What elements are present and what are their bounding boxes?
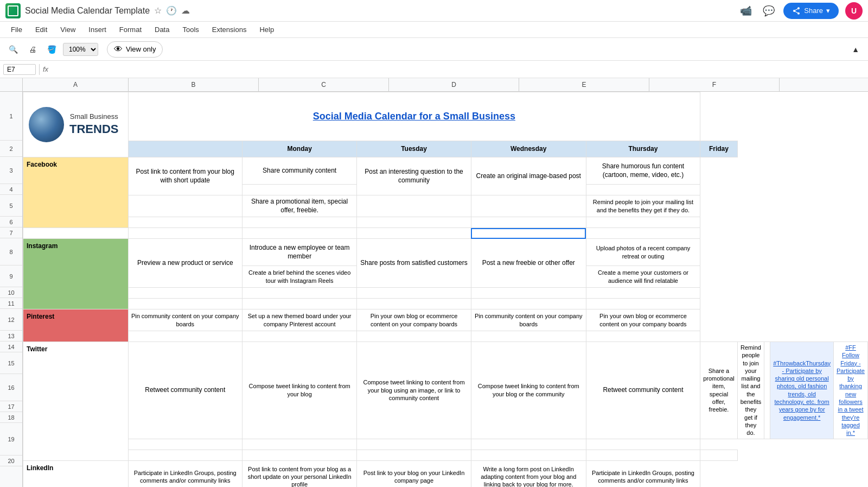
table-row: Facebook Post link to content from your … — [23, 157, 868, 185]
ig-friday-2[interactable]: Create a meme your customers or audience… — [586, 266, 700, 288]
row-num-corner — [0, 78, 23, 91]
menu-format[interactable]: Format — [114, 23, 147, 36]
fb-tuesday[interactable]: Share community content — [242, 157, 357, 185]
row11-c — [242, 299, 357, 309]
ig-monday[interactable]: Preview a new product or service — [128, 239, 242, 288]
formulabar: E7 fx — [0, 61, 868, 78]
table-row — [23, 299, 868, 309]
formula-divider — [39, 64, 40, 75]
table-row — [23, 228, 868, 239]
tw-tuesday-2[interactable]: Remind people to join your mailing list … — [737, 342, 764, 439]
pin-friday[interactable]: Pin your own blog or ecommerce content o… — [586, 309, 700, 331]
zoom-select[interactable]: 100% — [63, 43, 98, 56]
search-toolbar-button[interactable]: 🔍 — [4, 43, 22, 56]
menu-file[interactable]: File — [5, 23, 28, 36]
col-header-c[interactable]: C — [259, 78, 389, 91]
tw-monday-2[interactable]: Share a promotional item, special offer,… — [700, 342, 737, 439]
fb-friday[interactable]: Share humorous fun content (cartoon, mem… — [586, 157, 700, 185]
row5-c[interactable]: Share a promotional item, special offer,… — [242, 195, 357, 217]
col-header-b[interactable]: B — [129, 78, 259, 91]
row18-c — [357, 450, 471, 460]
follow-friday-link[interactable]: #FF Follow Friday - Participate by thank… — [837, 344, 865, 436]
menu-data[interactable]: Data — [149, 23, 175, 36]
row-numbers: 1 2 3 4 5 6 7 8 9 10 11 12 13 14 15 16 1… — [0, 92, 23, 487]
history-icon[interactable]: 🕐 — [166, 5, 177, 16]
star-icon[interactable]: ☆ — [154, 5, 162, 16]
row5-d — [357, 195, 471, 217]
pin-tuesday[interactable]: Set up a new themed board under your com… — [242, 309, 357, 331]
row18-e — [586, 450, 700, 460]
pin-monday[interactable]: Pin community content on your company bo… — [128, 309, 242, 331]
col-header-f[interactable]: F — [649, 78, 780, 91]
spreadsheet-table: Small Business TRENDS Social Media Calen… — [23, 92, 868, 487]
row10-c — [242, 288, 357, 299]
row10-b — [128, 288, 242, 299]
ig-tuesday-1[interactable]: Introduce a new employee or team member — [242, 239, 357, 266]
view-only-button[interactable]: 👁 View only — [107, 41, 163, 58]
comments-button[interactable]: 💬 — [761, 3, 777, 19]
pin-thursday[interactable]: Pin community content on your company bo… — [471, 309, 586, 331]
li-wednesday[interactable]: Post link to your blog on your LinkedIn … — [357, 460, 471, 487]
ig-friday-1[interactable]: Upload photos of a recent company retrea… — [586, 239, 700, 266]
row17-e — [471, 439, 586, 450]
row6-f — [586, 217, 700, 228]
tw-wednesday[interactable]: Compose tweet linking to content from yo… — [357, 342, 471, 439]
li-tuesday[interactable]: Post link to content from your blog as a… — [242, 460, 357, 487]
meet-button[interactable]: 📹 — [738, 3, 754, 19]
row17-d — [357, 439, 471, 450]
row18-f — [700, 450, 737, 460]
ig-thursday[interactable]: Post a new freebie or other offer — [471, 239, 586, 288]
li-monday[interactable]: Participate in LinkedIn Groups, posting … — [128, 460, 242, 487]
menu-help[interactable]: Help — [254, 23, 279, 36]
menu-edit[interactable]: Edit — [30, 23, 53, 36]
menu-view[interactable]: View — [55, 23, 81, 36]
fb-monday[interactable]: Post link to content from your blog with… — [128, 157, 242, 195]
row18-b — [242, 450, 357, 460]
table-row — [23, 288, 868, 299]
row7-b — [128, 228, 242, 239]
col-header-d[interactable]: D — [389, 78, 519, 91]
formula-input[interactable] — [52, 65, 865, 74]
grid-content: Small Business TRENDS Social Media Calen… — [23, 92, 868, 487]
tw-friday[interactable]: Retweet community content — [586, 342, 700, 439]
title-link[interactable]: Social Media Calendar for a Small Busine… — [313, 111, 515, 122]
tw-thursday-link[interactable]: #ThrowbackThursday - Participate by shar… — [770, 342, 834, 439]
share-dropdown-icon[interactable]: ▾ — [826, 7, 830, 15]
pinterest-label: Pinterest — [23, 309, 129, 342]
table-row: Small Business TRENDS Social Media Calen… — [23, 92, 868, 141]
tw-thursday[interactable]: Compose tweet linking to content from yo… — [471, 342, 586, 439]
ig-tuesday-2[interactable]: Create a brief behind the scenes video t… — [242, 266, 357, 288]
tw-tuesday[interactable]: Compose tweet linking to content from yo… — [242, 342, 357, 439]
li-friday[interactable]: Participate in LinkedIn Groups, posting … — [586, 460, 700, 487]
menu-extensions[interactable]: Extensions — [207, 23, 252, 36]
row11-e — [471, 299, 586, 309]
col-header-e[interactable]: E — [519, 78, 649, 91]
cloud-icon[interactable]: ☁ — [181, 5, 190, 16]
li-thursday[interactable]: Write a long form post on LinkedIn adapt… — [471, 460, 586, 487]
ig-wednesday[interactable]: Share posts from satisfied customers — [357, 239, 471, 288]
rownum-10: 10 — [0, 287, 22, 298]
fb-thursday[interactable]: Create an original image-based post — [471, 157, 586, 195]
document-title[interactable]: Social Media Calendar Template — [25, 6, 150, 16]
row6-e — [471, 217, 586, 228]
pin-wednesday[interactable]: Pin your own blog or ecommerce content o… — [357, 309, 471, 331]
menu-tools[interactable]: Tools — [177, 23, 204, 36]
menu-insert[interactable]: Insert — [83, 23, 112, 36]
tw-friday-link[interactable]: #FF Follow Friday - Participate by thank… — [834, 342, 868, 439]
share-button[interactable]: Share ▾ — [783, 3, 839, 19]
title-cell: Social Media Calendar for a Small Busine… — [128, 92, 700, 141]
fb-wednesday[interactable]: Post an interesting question to the comm… — [357, 157, 471, 195]
tw-monday[interactable]: Retweet community content — [128, 342, 242, 439]
print-button[interactable]: 🖨 — [24, 43, 41, 56]
row5-f[interactable]: Remind people to join your mailing list … — [586, 195, 700, 217]
collapse-toolbar-button[interactable]: ▲ — [847, 43, 864, 56]
facebook-label: Facebook — [23, 157, 129, 228]
col-header-a[interactable]: A — [23, 78, 129, 91]
throwback-link[interactable]: #ThrowbackThursday - Participate by shar… — [773, 360, 831, 421]
row7-e-selected[interactable] — [471, 228, 586, 239]
paint-format-button[interactable]: 🪣 — [43, 43, 61, 56]
user-avatar[interactable]: U — [845, 2, 863, 20]
cell-reference-input[interactable]: E7 — [3, 64, 36, 75]
spreadsheet-container: A B C D E F 1 2 3 4 5 6 7 8 9 10 11 12 1… — [0, 78, 868, 487]
row17-b — [128, 439, 242, 450]
